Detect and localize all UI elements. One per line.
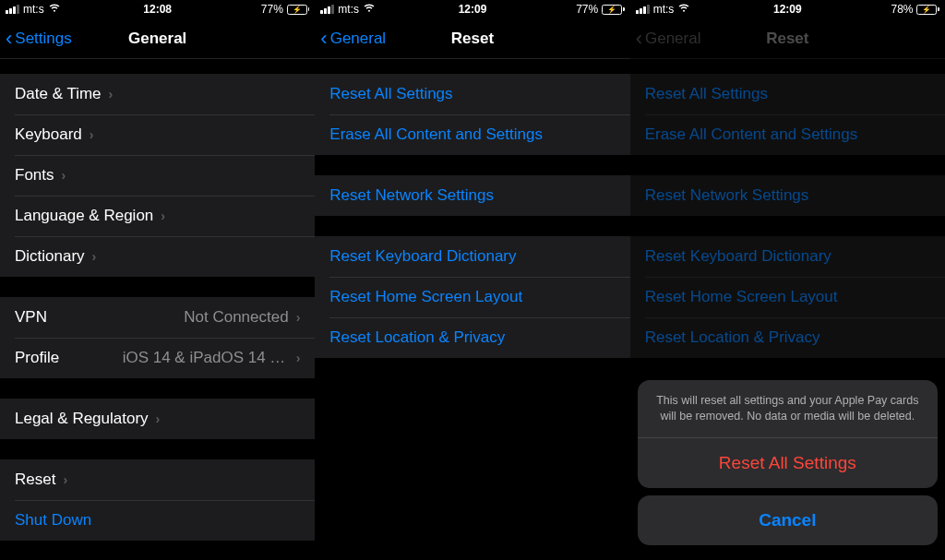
chevron-right-icon: › (296, 310, 301, 325)
group-legal: Legal & Regulatory› (0, 399, 315, 439)
action-sheet-message: This will reset all settings and your Ap… (638, 380, 938, 438)
screen-reset: mt:s 12:09 77% ⚡ ‹ General Reset Reset A… (315, 0, 629, 560)
list-row[interactable]: ProfileiOS 14 & iPadOS 14 Beta Softwar..… (0, 338, 315, 378)
reset-list: Reset All SettingsErase All Content and … (315, 74, 629, 358)
row-label: Reset Keyboard Dictionary (645, 247, 831, 266)
row-label: Reset Home Screen Layout (645, 288, 838, 306)
action-sheet-cancel-group: Cancel (638, 495, 938, 545)
settings-list: Date & Time›Keyboard›Fonts›Language & Re… (0, 74, 315, 541)
battery-icon: ⚡ (916, 5, 939, 15)
chevron-right-icon: › (92, 249, 97, 264)
battery-pct-label: 77% (261, 3, 283, 16)
wifi-icon (677, 3, 690, 16)
row-label: Reset (15, 471, 55, 489)
action-sheet-main: This will reset all settings and your Ap… (638, 380, 938, 488)
row-label: Reset All Settings (329, 85, 452, 103)
row-label: Legal & Regulatory (15, 410, 149, 428)
nav-bar: ‹ General Reset (630, 18, 945, 59)
nav-title: Reset (451, 30, 494, 48)
nav-bar: ‹ Settings General (0, 18, 315, 59)
clock-label: 12:09 (459, 3, 487, 16)
back-button[interactable]: ‹ Settings (0, 29, 72, 49)
group-reset-all: Reset All SettingsErase All Content and … (315, 74, 629, 155)
list-row[interactable]: Reset Keyboard Dictionary (315, 236, 629, 277)
group-datetime: Date & Time›Keyboard›Fonts›Language & Re… (0, 74, 315, 277)
list-row[interactable]: Reset Home Screen Layout (315, 277, 629, 317)
list-row[interactable]: Reset All Settings (630, 74, 945, 114)
wifi-icon (48, 3, 61, 16)
wifi-icon (363, 3, 376, 16)
chevron-right-icon: › (156, 411, 161, 426)
signal-icon (636, 5, 650, 14)
chevron-left-icon: ‹ (320, 29, 327, 49)
battery-icon: ⚡ (602, 5, 625, 15)
battery-icon: ⚡ (287, 5, 310, 15)
list-row[interactable]: Date & Time› (0, 74, 315, 114)
row-label: Reset Network Settings (329, 186, 494, 205)
row-label: Erase All Content and Settings (329, 125, 543, 144)
list-row[interactable]: Erase All Content and Settings (315, 114, 629, 155)
row-label: Reset Location & Privacy (645, 328, 820, 347)
list-row[interactable]: Reset Keyboard Dictionary (630, 236, 945, 277)
chevron-right-icon: › (296, 351, 301, 365)
carrier-label: mt:s (338, 3, 359, 16)
action-sheet: This will reset all settings and your Ap… (638, 380, 938, 553)
list-row[interactable]: Reset Network Settings (315, 175, 629, 216)
group-reset-misc: Reset Keyboard DictionaryReset Home Scre… (630, 236, 945, 358)
group-reset-network: Reset Network Settings (315, 175, 629, 216)
list-row[interactable]: Reset› (0, 459, 315, 500)
back-button[interactable]: ‹ General (315, 29, 386, 49)
status-bar: mt:s 12:08 77% ⚡ (0, 0, 315, 18)
group-reset-all: Reset All SettingsErase All Content and … (630, 74, 945, 155)
list-row[interactable]: Keyboard› (0, 114, 315, 155)
list-row[interactable]: VPNNot Connected› (0, 297, 315, 338)
status-bar: mt:s 12:09 77% ⚡ (315, 0, 629, 18)
chevron-right-icon: › (90, 127, 94, 142)
list-row[interactable]: Reset Location & Privacy (630, 317, 945, 358)
row-label: Date & Time (15, 85, 102, 103)
row-value: iOS 14 & iPadOS 14 Beta Softwar... (123, 349, 289, 367)
signal-icon (320, 5, 334, 14)
battery-pct-label: 78% (891, 3, 913, 16)
back-label: General (645, 30, 700, 48)
reset-all-settings-button[interactable]: Reset All Settings (638, 438, 938, 488)
row-label: Language & Region (15, 207, 153, 225)
signal-icon (6, 5, 19, 14)
back-button: ‹ General (630, 29, 701, 49)
chevron-left-icon: ‹ (636, 29, 642, 49)
list-row[interactable]: Shut Down (0, 500, 315, 541)
list-row[interactable]: Fonts› (0, 155, 315, 196)
list-row[interactable]: Legal & Regulatory› (0, 399, 315, 439)
clock-label: 12:09 (773, 3, 802, 16)
row-label: Reset All Settings (645, 85, 768, 103)
row-label: Erase All Content and Settings (645, 125, 858, 144)
list-row[interactable]: Erase All Content and Settings (630, 114, 945, 155)
carrier-label: mt:s (653, 3, 675, 16)
nav-bar: ‹ General Reset (315, 18, 629, 59)
group-reset-network: Reset Network Settings (630, 175, 945, 216)
chevron-right-icon: › (63, 472, 67, 487)
list-row[interactable]: Reset All Settings (315, 74, 629, 114)
list-row[interactable]: Dictionary› (0, 236, 315, 277)
battery-pct-label: 77% (576, 3, 598, 16)
list-row[interactable]: Reset Network Settings (630, 175, 945, 216)
list-row[interactable]: Reset Location & Privacy (315, 317, 629, 358)
row-label: Reset Keyboard Dictionary (329, 247, 516, 266)
row-label: Reset Location & Privacy (329, 328, 505, 347)
carrier-label: mt:s (23, 3, 44, 16)
group-reset-misc: Reset Keyboard DictionaryReset Home Scre… (315, 236, 629, 358)
row-label: Reset Home Screen Layout (329, 288, 522, 306)
row-value: Not Connected (184, 308, 288, 327)
chevron-left-icon: ‹ (6, 29, 12, 49)
chevron-right-icon: › (62, 168, 66, 183)
screen-reset-confirm: mt:s 12:09 78% ⚡ ‹ General Reset Reset A… (630, 0, 945, 560)
nav-title: General (128, 30, 186, 48)
list-row[interactable]: Reset Home Screen Layout (630, 277, 945, 317)
chevron-right-icon: › (109, 87, 114, 101)
clock-label: 12:08 (143, 3, 172, 16)
cancel-button[interactable]: Cancel (638, 495, 938, 545)
row-label: VPN (15, 308, 47, 327)
back-label: Settings (15, 30, 71, 48)
list-row[interactable]: Language & Region› (0, 196, 315, 236)
nav-title: Reset (766, 30, 808, 48)
